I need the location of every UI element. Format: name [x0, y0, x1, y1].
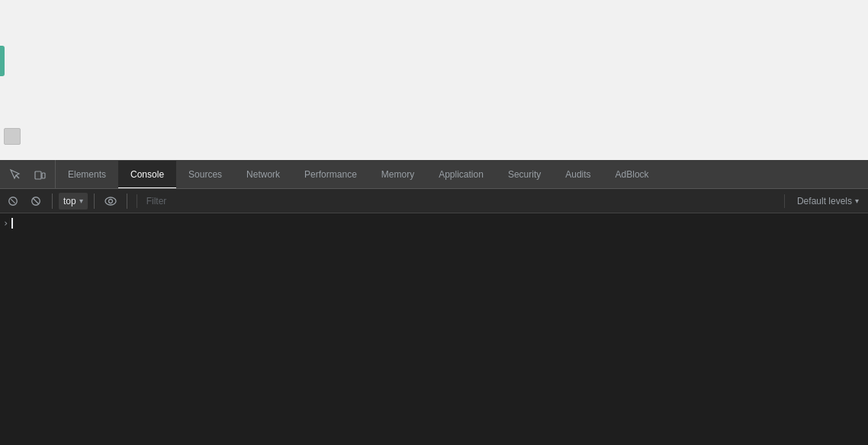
tab-memory[interactable]: Memory — [369, 161, 426, 188]
devtools-tabbar: Elements Console Sources Network Perform… — [0, 160, 868, 189]
block-icon[interactable] — [26, 191, 46, 211]
context-selector[interactable]: top ▾ — [59, 193, 88, 210]
devtools-panel: Elements Console Sources Network Perform… — [0, 160, 868, 445]
tab-network[interactable]: Network — [234, 161, 292, 188]
filter-input[interactable] — [143, 194, 778, 208]
devtools-left-icons — [0, 160, 56, 188]
tab-application[interactable]: Application — [426, 161, 496, 188]
console-toolbar: top ▾ Default levels ▾ — [0, 189, 868, 213]
page-element — [4, 128, 21, 145]
context-chevron-icon: ▾ — [79, 197, 83, 205]
svg-rect-2 — [42, 173, 45, 178]
svg-line-0 — [16, 175, 19, 178]
tab-performance[interactable]: Performance — [292, 161, 369, 188]
console-prompt-icon: › — [3, 218, 8, 229]
levels-label: Default levels — [797, 196, 852, 206]
svg-point-8 — [108, 199, 112, 203]
toolbar-divider-3 — [127, 194, 127, 209]
tab-security[interactable]: Security — [496, 161, 553, 188]
console-cursor — [11, 218, 13, 229]
custom-filters-icon[interactable] — [101, 191, 121, 211]
svg-rect-1 — [35, 171, 41, 179]
filter-wrapper — [137, 194, 785, 208]
console-content[interactable]: › — [0, 213, 868, 445]
context-label: top — [63, 196, 76, 206]
inspect-element-icon[interactable] — [5, 164, 26, 185]
toolbar-divider-2 — [94, 194, 95, 209]
log-levels-button[interactable]: Default levels ▾ — [791, 194, 865, 208]
svg-line-6 — [33, 198, 39, 204]
device-toolbar-icon[interactable] — [29, 164, 50, 185]
green-indicator — [0, 46, 5, 76]
svg-line-4 — [11, 199, 14, 203]
tab-sources[interactable]: Sources — [176, 161, 234, 188]
svg-point-7 — [105, 197, 116, 205]
tab-console[interactable]: Console — [118, 161, 176, 188]
console-input-line: › — [0, 216, 868, 230]
levels-chevron-icon: ▾ — [855, 197, 859, 205]
tab-adblock[interactable]: AdBlock — [603, 161, 661, 188]
devtools-tabs: Elements Console Sources Network Perform… — [56, 160, 868, 188]
tab-elements[interactable]: Elements — [56, 161, 118, 188]
tab-audits[interactable]: Audits — [553, 161, 603, 188]
browser-viewport — [0, 0, 868, 160]
toolbar-divider-1 — [52, 194, 53, 209]
clear-console-icon[interactable] — [3, 191, 23, 211]
